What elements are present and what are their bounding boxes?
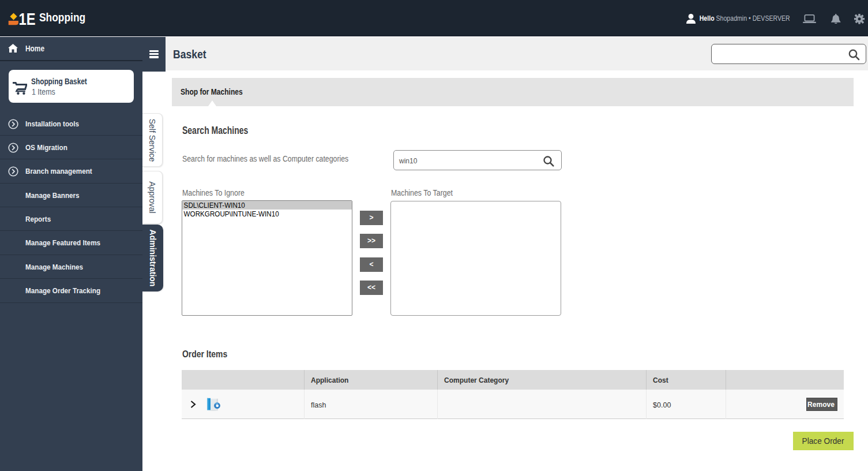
svg-text:1E: 1E (19, 9, 36, 27)
